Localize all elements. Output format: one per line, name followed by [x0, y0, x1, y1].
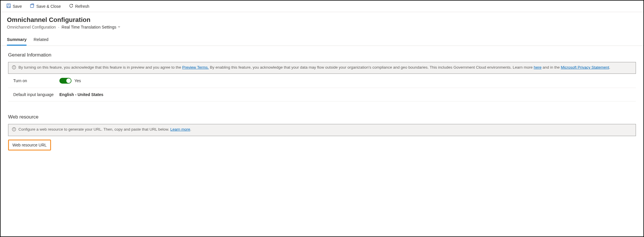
- tab-list: Summary Related: [1, 35, 643, 46]
- preview-terms-link[interactable]: Preview Terms.: [182, 65, 209, 69]
- turn-on-label: Turn on: [13, 78, 59, 83]
- web-banner-text: Configure a web resource to generate you…: [18, 127, 191, 132]
- save-button[interactable]: Save: [5, 2, 23, 10]
- svg-point-7: [14, 66, 14, 67]
- tab-summary[interactable]: Summary: [7, 35, 27, 46]
- svg-rect-4: [31, 4, 32, 5]
- save-close-label: Save & Close: [36, 4, 61, 9]
- refresh-button[interactable]: Refresh: [68, 2, 91, 10]
- chevron-down-icon: [117, 25, 121, 29]
- svg-point-10: [14, 128, 14, 129]
- page-title: Omnichannel Configuration: [7, 16, 637, 24]
- turn-on-control: Yes: [59, 78, 81, 84]
- svg-rect-2: [7, 6, 10, 7]
- turn-on-value: Yes: [74, 78, 81, 83]
- default-language-row: Default input language English - United …: [8, 88, 636, 101]
- web-resource-url-label: Web resource URL: [12, 143, 47, 147]
- breadcrumb: Omnichannel Configuration · Real Time Tr…: [7, 25, 637, 29]
- breadcrumb-entity: Omnichannel Configuration: [7, 25, 56, 29]
- web-learn-more-link[interactable]: Learn more: [170, 127, 190, 131]
- breadcrumb-separator: ·: [58, 25, 59, 29]
- refresh-icon: [69, 3, 74, 9]
- learn-more-here-link[interactable]: here: [534, 65, 541, 69]
- section-general-title: General Information: [8, 52, 636, 58]
- section-web-title: Web resource: [8, 114, 636, 120]
- web-info-banner: Configure a web resource to generate you…: [8, 124, 636, 136]
- form-selector[interactable]: Real Time Translation Settings: [62, 25, 121, 29]
- refresh-label: Refresh: [75, 4, 89, 9]
- general-banner-text: By turning on this feature, you acknowle…: [18, 65, 610, 70]
- info-icon: [12, 127, 16, 133]
- save-close-button[interactable]: Save & Close: [29, 2, 62, 10]
- info-icon: [12, 65, 16, 71]
- default-language-label: Default input language: [13, 92, 59, 97]
- tab-related[interactable]: Related: [33, 35, 48, 46]
- command-bar: Save Save & Close Refresh: [1, 1, 643, 12]
- form-selector-label: Real Time Translation Settings: [62, 25, 116, 29]
- form-content: General Information By turning on this f…: [1, 46, 643, 157]
- save-icon: [6, 3, 11, 9]
- save-label: Save: [13, 4, 22, 9]
- general-info-banner: By turning on this feature, you acknowle…: [8, 62, 636, 74]
- svg-rect-1: [7, 4, 10, 5]
- privacy-statement-link[interactable]: Microsoft Privacy Statement: [561, 65, 609, 69]
- web-resource-url-field[interactable]: Web resource URL: [8, 140, 51, 151]
- turn-on-row: Turn on Yes: [8, 74, 636, 88]
- form-header: Omnichannel Configuration Omnichannel Co…: [1, 12, 643, 29]
- save-close-icon: [30, 3, 35, 9]
- default-language-value[interactable]: English - United States: [59, 92, 103, 97]
- turn-on-toggle[interactable]: [59, 78, 71, 84]
